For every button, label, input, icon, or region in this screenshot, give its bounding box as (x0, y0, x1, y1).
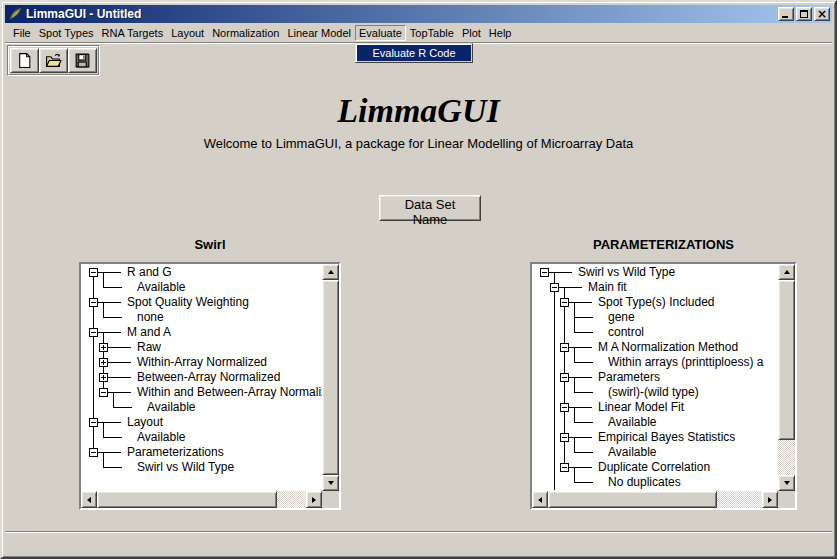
scroll-up-button[interactable] (322, 264, 339, 280)
menu-item-toptable[interactable]: TopTable (406, 25, 458, 41)
tree-node[interactable]: Within-Array Normalized (81, 355, 322, 370)
tree-node[interactable]: Available (81, 430, 322, 445)
tree-node-label[interactable]: M A Normalization Method (598, 340, 738, 355)
horizontal-scrollbar[interactable] (532, 491, 778, 508)
menu-item-layout[interactable]: Layout (167, 25, 208, 41)
tree-node-label[interactable]: Parameters (598, 370, 660, 385)
tree-node-label[interactable]: Available (608, 445, 656, 460)
title-bar[interactable]: LimmaGUI - Untitled (5, 5, 832, 23)
scroll-down-button[interactable] (322, 475, 339, 491)
tree-node[interactable]: Raw (81, 340, 322, 355)
tree-node[interactable]: Spot Type(s) Included (532, 295, 778, 310)
tree-node-label[interactable]: Parameterizations (127, 445, 224, 460)
menu-item-normalization[interactable]: Normalization (208, 25, 283, 41)
tree-expand-toggle[interactable] (540, 268, 549, 277)
tree-node-label[interactable]: (swirl)-(wild type) (608, 385, 699, 400)
tree-node-label[interactable]: Duplicate Correlation (598, 460, 710, 475)
tree-node[interactable]: Available (81, 280, 322, 295)
tree-node[interactable]: Main fit (532, 280, 778, 295)
tree-node-label[interactable]: Within arrays (printtiploess) a (608, 355, 763, 370)
tree-node[interactable]: Available (532, 445, 778, 460)
scroll-right-button[interactable] (762, 491, 778, 508)
menu-item-evaluate[interactable]: EvaluateEvaluate R Code (355, 25, 406, 41)
tree-node[interactable]: R and G (81, 265, 322, 280)
tree-node[interactable]: Available (532, 415, 778, 430)
tree-node-label[interactable]: control (608, 325, 644, 340)
menu-item-linear-model[interactable]: Linear Model (283, 25, 355, 41)
tree-node-label[interactable]: gene (608, 310, 635, 325)
tree-expand-toggle[interactable] (99, 388, 108, 397)
menu-item-plot[interactable]: Plot (458, 25, 485, 41)
tree-expand-toggle[interactable] (89, 268, 98, 277)
tree-node[interactable]: Swirl vs Wild Type (532, 265, 778, 280)
tree-node-label[interactable]: Within-Array Normalized (137, 355, 267, 370)
tree-node[interactable]: (swirl)-(wild type) (532, 385, 778, 400)
horizontal-scrollbar[interactable] (81, 491, 322, 508)
tree-expand-toggle[interactable] (550, 283, 559, 292)
tree-node[interactable]: No duplicates (532, 475, 778, 490)
tree-expand-toggle[interactable] (560, 403, 569, 412)
save-file-button[interactable] (68, 48, 97, 73)
tree-node[interactable]: Empirical Bayes Statistics (532, 430, 778, 445)
tree-expand-toggle[interactable] (560, 343, 569, 352)
tree-node-label[interactable]: Empirical Bayes Statistics (598, 430, 735, 445)
tree-node[interactable]: Available (81, 400, 322, 415)
tree-node-label[interactable]: M and A (127, 325, 171, 340)
minimize-button[interactable] (778, 7, 794, 21)
new-file-button[interactable] (10, 48, 39, 73)
close-button[interactable] (814, 7, 830, 21)
menu-item-file[interactable]: File (9, 25, 35, 41)
tree-expand-toggle[interactable] (560, 298, 569, 307)
tree-expand-toggle[interactable] (89, 448, 98, 457)
tree-node[interactable]: M and A (81, 325, 322, 340)
tree-node[interactable]: Parameters (532, 370, 778, 385)
tree-node-label[interactable]: R and G (127, 265, 172, 280)
tree-node[interactable]: Spot Quality Weighting (81, 295, 322, 310)
tree-node-label[interactable]: Available (137, 430, 185, 445)
tree-node[interactable]: Within and Between-Array Normalized (81, 385, 322, 400)
tree-node[interactable]: Between-Array Normalized (81, 370, 322, 385)
tree-node-label[interactable]: Layout (127, 415, 163, 430)
scroll-left-button[interactable] (532, 491, 548, 508)
data-set-name-button[interactable]: Data Set Name (379, 195, 481, 221)
tree-node[interactable]: Duplicate Correlation (532, 460, 778, 475)
tree-node[interactable]: Swirl vs Wild Type (81, 460, 322, 475)
horizontal-scrollbar-thumb[interactable] (97, 491, 277, 508)
swirl-tree-view[interactable]: R and GAvailableSpot Quality Weightingno… (81, 264, 322, 491)
tree-expand-toggle[interactable] (89, 328, 98, 337)
tree-node[interactable]: Within arrays (printtiploess) a (532, 355, 778, 370)
tree-node-label[interactable]: Within and Between-Array Normalized (137, 385, 322, 400)
tree-node-label[interactable]: Main fit (588, 280, 627, 295)
tree-node[interactable]: M A Normalization Method (532, 340, 778, 355)
scroll-left-button[interactable] (81, 491, 97, 508)
tree-node[interactable]: Linear Model Fit (532, 400, 778, 415)
scroll-down-button[interactable] (778, 475, 795, 491)
tree-node-label[interactable]: Between-Array Normalized (137, 370, 280, 385)
tree-expand-toggle[interactable] (560, 433, 569, 442)
tree-expand-toggle[interactable] (99, 358, 108, 367)
parameterizations-tree-view[interactable]: Swirl vs Wild TypeMain fitSpot Type(s) I… (532, 264, 778, 491)
menu-item-rna-targets[interactable]: RNA Targets (98, 25, 168, 41)
open-file-button[interactable] (39, 48, 68, 73)
tree-expand-toggle[interactable] (560, 373, 569, 382)
vertical-scrollbar[interactable] (778, 264, 795, 491)
vertical-scrollbar[interactable] (322, 264, 339, 491)
scroll-right-button[interactable] (306, 491, 322, 508)
tree-node-label[interactable]: Available (608, 415, 656, 430)
tree-node-label[interactable]: Swirl vs Wild Type (578, 265, 675, 280)
tree-node-label[interactable]: Spot Quality Weighting (127, 295, 249, 310)
tree-node[interactable]: Layout (81, 415, 322, 430)
menu-item-spot-types[interactable]: Spot Types (35, 25, 98, 41)
vertical-scrollbar-thumb[interactable] (778, 280, 795, 440)
scroll-up-button[interactable] (778, 264, 795, 280)
tree-expand-toggle[interactable] (99, 373, 108, 382)
tree-expand-toggle[interactable] (560, 463, 569, 472)
menu-item-help[interactable]: Help (485, 25, 516, 41)
tree-expand-toggle[interactable] (89, 298, 98, 307)
tree-node-label[interactable]: Spot Type(s) Included (598, 295, 715, 310)
tree-node[interactable]: Parameterizations (81, 445, 322, 460)
maximize-button[interactable] (796, 7, 812, 21)
tree-node-label[interactable]: No duplicates (608, 475, 681, 490)
tree-node-label[interactable]: Linear Model Fit (598, 400, 684, 415)
tree-node[interactable]: control (532, 325, 778, 340)
